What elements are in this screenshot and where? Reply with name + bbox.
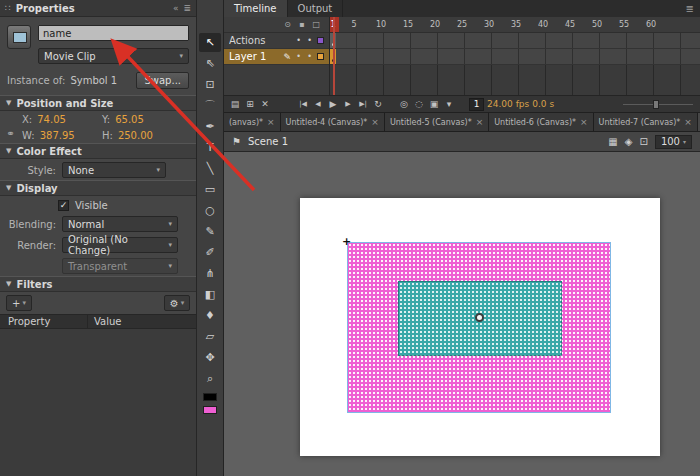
document-tab-untitled-4[interactable]: Untitled-4 (Canvas)* × — [281, 113, 385, 131]
selected-movieclip-outer-rectangle[interactable]: + — [348, 243, 610, 412]
render-dropdown[interactable]: Original (No Change) ▾ — [62, 237, 178, 253]
stage-zoom-select[interactable]: 100 ▾ — [655, 135, 692, 149]
panel-menu-icon[interactable]: ≣ — [183, 3, 191, 13]
tab-output-label: Output — [298, 3, 333, 14]
tab-timeline[interactable]: Timeline — [224, 0, 288, 17]
selection-tool[interactable]: ↖ — [199, 33, 221, 52]
subselection-tool[interactable]: ⇖ — [199, 54, 221, 73]
frames-grid[interactable]: 1 5 10 15 20 25 30 35 40 45 50 55 60 — [330, 17, 700, 95]
go-to-first-frame-button[interactable]: |◀ — [297, 100, 309, 108]
section-filters[interactable]: ▼ Filters — [0, 276, 196, 292]
document-tab-partial[interactable]: (anvas)* × — [224, 113, 281, 131]
lock-icon[interactable]: ▪ — [299, 20, 304, 29]
timeline-zoom-thumb[interactable] — [653, 100, 659, 109]
outline-icon[interactable]: □ — [312, 20, 320, 29]
onion-skin-outlines-button[interactable]: ◌ — [413, 99, 425, 109]
section-display[interactable]: ▼ Display — [0, 180, 196, 196]
frames-row-actions[interactable] — [330, 33, 700, 49]
timeline-zoom-slider[interactable] — [623, 100, 693, 109]
filters-empty-list[interactable] — [0, 329, 196, 476]
timeline-panel-menu-icon[interactable]: ≣ — [686, 0, 700, 17]
style-label: Style: — [8, 165, 56, 176]
tab-timeline-label: Timeline — [234, 3, 277, 14]
filter-options-button[interactable]: ⚙ ▾ — [164, 295, 190, 311]
frame-rate-value[interactable]: 24.00 fps — [487, 99, 529, 109]
eye-icon[interactable]: ⊙ — [284, 20, 291, 29]
document-tab-untitled-7[interactable]: Untitled-7 (Canvas)* × — [594, 113, 698, 131]
section-color-effect[interactable]: ▼ Color Effect — [0, 143, 196, 159]
transformation-point[interactable] — [475, 313, 484, 322]
go-to-last-frame-button[interactable]: ▶| — [357, 100, 369, 108]
brush-tool[interactable]: ✐ — [199, 243, 221, 262]
document-tab-untitled-6[interactable]: Untitled-6 (Canvas)* × — [489, 113, 593, 131]
link-dimensions-icon[interactable]: ⚭ — [6, 128, 14, 139]
instance-name-input[interactable] — [38, 25, 189, 41]
hand-tool[interactable]: ✥ — [199, 348, 221, 367]
h-value[interactable]: 250.00 — [118, 130, 153, 141]
swap-button[interactable]: Swap... — [136, 72, 189, 89]
blending-dropdown[interactable]: Normal ▾ — [62, 216, 178, 232]
tab-output[interactable]: Output — [288, 0, 344, 17]
style-dropdown[interactable]: None ▾ — [62, 162, 166, 178]
close-icon[interactable]: × — [371, 117, 379, 127]
layer-color-chip[interactable] — [317, 37, 324, 44]
visible-checkbox[interactable]: ✓ — [58, 200, 69, 211]
zoom-tool[interactable]: ⌕ — [199, 369, 221, 388]
layer-lock-dot[interactable]: • — [306, 52, 313, 61]
stroke-color-swatch[interactable] — [203, 393, 217, 401]
pasteboard[interactable]: + — [224, 152, 700, 476]
frame-ruler[interactable]: 1 5 10 15 20 25 30 35 40 45 50 55 60 — [330, 17, 700, 33]
layer-lock-dot[interactable]: • — [306, 36, 313, 45]
section-position-size[interactable]: ▼ Position and Size — [0, 95, 196, 111]
bone-tool[interactable]: ⋔ — [199, 264, 221, 283]
edit-scene-icon[interactable]: ▦ — [608, 136, 617, 147]
onion-skin-button[interactable]: ◎ — [398, 99, 410, 109]
delete-layer-button[interactable]: ✕ — [259, 99, 271, 109]
stage-canvas[interactable]: + — [300, 198, 660, 456]
edit-symbol-icon[interactable]: ◈ — [625, 136, 633, 147]
paint-bucket-tool[interactable]: ◧ — [199, 285, 221, 304]
add-filter-button[interactable]: + ▾ — [6, 295, 32, 311]
frames-empty-area[interactable] — [330, 65, 700, 95]
edit-multiple-frames-button[interactable]: ▣ — [428, 99, 440, 109]
eyedropper-tool[interactable]: ♦ — [199, 306, 221, 325]
lasso-tool[interactable]: ⌒ — [199, 96, 221, 115]
eraser-tool[interactable]: ▱ — [199, 327, 221, 346]
layer-row-layer1[interactable]: Layer 1 ✎ • • — [224, 49, 329, 65]
text-tool[interactable]: T — [199, 138, 221, 157]
step-back-button[interactable]: ◀ — [312, 100, 324, 108]
new-folder-button[interactable]: ⊞ — [244, 99, 256, 109]
lasso-tool-icon: ⌒ — [205, 98, 216, 113]
frames-row-layer1[interactable] — [330, 49, 700, 65]
rectangle-tool[interactable]: ▭ — [199, 180, 221, 199]
fill-color-swatch[interactable] — [203, 406, 217, 414]
playhead-line[interactable] — [333, 17, 335, 95]
loop-button[interactable]: ↻ — [372, 99, 384, 109]
step-forward-button[interactable]: ▶ — [342, 100, 354, 108]
center-frame-icon[interactable]: ⊡ — [640, 136, 648, 147]
x-value[interactable]: 74.05 — [37, 114, 66, 125]
properties-panel-titlebar[interactable]: ∷ Properties « ≣ — [0, 0, 196, 17]
line-tool[interactable]: ╲ — [199, 159, 221, 178]
scene-breadcrumb[interactable]: Scene 1 — [248, 136, 288, 147]
pen-tool[interactable]: ✒ — [199, 117, 221, 136]
pencil-tool[interactable]: ✎ — [199, 222, 221, 241]
close-icon[interactable]: × — [476, 117, 484, 127]
play-button[interactable]: ▶ — [327, 99, 339, 109]
symbol-type-dropdown[interactable]: Movie Clip ▾ — [38, 48, 189, 64]
layer-visible-dot[interactable]: • — [295, 36, 302, 45]
layer-row-actions[interactable]: Actions • • — [224, 33, 329, 49]
panel-collapse-icon[interactable]: « — [173, 3, 179, 13]
y-value[interactable]: 65.05 — [115, 114, 144, 125]
free-transform-tool[interactable]: ⊡ — [199, 75, 221, 94]
modify-markers-button[interactable]: ▾ — [443, 99, 455, 109]
oval-tool[interactable]: ○ — [199, 201, 221, 220]
new-layer-button[interactable]: ▤ — [229, 99, 241, 109]
layer-color-chip[interactable] — [317, 53, 324, 60]
close-icon[interactable]: × — [580, 117, 588, 127]
close-icon[interactable]: × — [684, 117, 692, 127]
close-icon[interactable]: × — [267, 117, 275, 127]
w-value[interactable]: 387.95 — [40, 130, 75, 141]
document-tab-untitled-5[interactable]: Untitled-5 (Canvas)* × — [385, 113, 489, 131]
layer-visible-dot[interactable]: • — [295, 52, 302, 61]
